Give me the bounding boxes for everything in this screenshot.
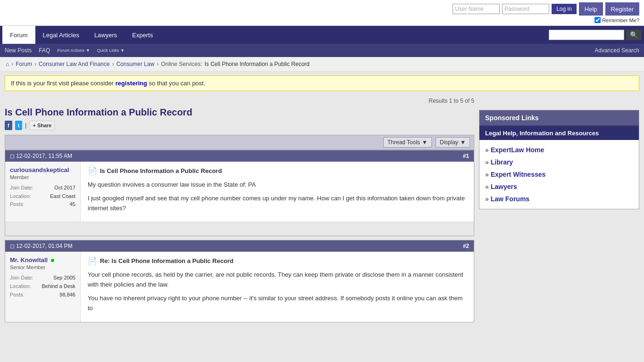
post-2-role: Senior Member bbox=[10, 264, 75, 270]
post-1-join-row: Join Date: Oct 2017 bbox=[10, 184, 75, 192]
post-1-content: 📄 Is Cell Phone Information a Public Rec… bbox=[81, 162, 474, 222]
thread-title-link[interactable]: Is Cell Phone Information a Public Recor… bbox=[5, 107, 192, 117]
post-2-title: 📄 Re: Is Cell Phone Information a Public… bbox=[88, 256, 467, 265]
post-2-text-2: You have no inherent privacy right to yo… bbox=[88, 294, 467, 313]
register-link[interactable]: registering bbox=[116, 80, 147, 87]
post-2-meta: Join Date: Sep 2005 Location: Behind a D… bbox=[10, 274, 75, 299]
register-button[interactable]: Register bbox=[605, 2, 639, 16]
post-2-location-row: Location: Behind a Desk bbox=[10, 282, 75, 291]
remember-me-checkbox[interactable] bbox=[594, 17, 601, 23]
sep3: › bbox=[112, 61, 114, 67]
remember-me-row: Remember Me? bbox=[594, 17, 639, 23]
nav-legal-articles[interactable]: Legal Articles bbox=[35, 26, 87, 44]
doc-icon-1: 📄 bbox=[88, 166, 97, 175]
top-bar: Log in Help Register Remember Me? bbox=[0, 0, 644, 26]
post-1-username[interactable]: curiousandskeptical bbox=[10, 166, 75, 173]
post-1-date: ◻ 12-02-2017, 11:55 AM bbox=[10, 153, 72, 159]
sidebar-link-expertlaw[interactable]: ExpertLaw Home bbox=[485, 144, 633, 156]
online-indicator bbox=[51, 259, 54, 262]
nav-forum[interactable]: Forum bbox=[2, 26, 35, 44]
forum-link[interactable]: Forum bbox=[16, 61, 32, 67]
share-icon: + bbox=[33, 123, 35, 128]
thread-tools-dropdown[interactable]: Thread Tools ▼ bbox=[383, 137, 432, 148]
logo bbox=[5, 2, 57, 24]
sidebar-links: ExpertLaw Home Library Expert Witnesses … bbox=[479, 140, 639, 209]
consumer-law-finance-link[interactable]: Consumer Law And Finance bbox=[39, 61, 110, 67]
help-button[interactable]: Help bbox=[579, 2, 603, 16]
login-button[interactable]: Log in bbox=[552, 4, 577, 14]
post-2-date-icon: ◻ bbox=[10, 243, 15, 249]
search-input[interactable] bbox=[549, 30, 624, 40]
post-1: ◻ 12-02-2017, 11:55 AM #1 curiousandskep… bbox=[5, 150, 474, 236]
post-1-meta: Join Date: Oct 2017 Location: East Coast… bbox=[10, 184, 75, 209]
sep4: › bbox=[157, 61, 158, 67]
sponsored-links-box: Sponsored Links Legal Help, Information … bbox=[479, 110, 639, 209]
sidebar: Sponsored Links Legal Help, Information … bbox=[479, 110, 639, 326]
breadcrumb: ⌂ › Forum › Consumer Law And Finance › C… bbox=[0, 57, 644, 72]
thread-title-breadcrumb: Is Cell Phone Information a Public Recor… bbox=[205, 61, 310, 67]
doc-icon-2: 📄 bbox=[88, 256, 97, 265]
first-visit-text-before: If this is your first visit please consi… bbox=[11, 80, 116, 87]
post-2: ◻ 12-02-2017, 01:04 PM #2 Mr. Knowitall … bbox=[5, 240, 474, 322]
post-1-title: 📄 Is Cell Phone Information a Public Rec… bbox=[88, 166, 467, 175]
post-1-number: #1 bbox=[463, 153, 469, 159]
advanced-search-link[interactable]: Advanced Search bbox=[594, 47, 639, 54]
faq-link[interactable]: FAQ bbox=[39, 47, 50, 54]
quick-links-chevron: ▼ bbox=[120, 48, 124, 53]
forum-actions-dropdown[interactable]: Forum Actions ▼ bbox=[57, 47, 90, 54]
post-1-date-icon: ◻ bbox=[10, 153, 15, 159]
post-2-body: Mr. Knowitall Senior Member Join Date: S… bbox=[5, 252, 474, 321]
post-2-username[interactable]: Mr. Knowitall bbox=[10, 256, 75, 263]
twitter-share-button[interactable]: t bbox=[15, 121, 23, 130]
post-1-footer bbox=[5, 222, 474, 236]
sub-nav: New Posts FAQ Forum Actions ▼ Quick Link… bbox=[0, 44, 644, 57]
consumer-law-link[interactable]: Consumer Law bbox=[116, 61, 155, 67]
password-input[interactable] bbox=[502, 4, 549, 14]
post-2-number: #2 bbox=[463, 243, 469, 249]
sidebar-link-lawyers[interactable]: Lawyers bbox=[485, 181, 633, 193]
post-1-posts-row: Posts: 45 bbox=[10, 200, 75, 209]
sponsored-links-header: Sponsored Links bbox=[479, 110, 639, 126]
resources-header: Legal Help, Information and Resources bbox=[479, 126, 639, 140]
post-2-join-row: Join Date: Sep 2005 bbox=[10, 274, 75, 282]
username-input[interactable] bbox=[453, 4, 500, 14]
results-info: Results 1 to 5 of 5 bbox=[5, 95, 474, 107]
home-link[interactable]: ⌂ bbox=[6, 61, 9, 67]
display-dropdown[interactable]: Display ▼ bbox=[436, 137, 470, 148]
post-1-body: curiousandskeptical Member Join Date: Oc… bbox=[5, 162, 474, 222]
nav-experts[interactable]: Experts bbox=[124, 26, 160, 44]
nav-lawyers[interactable]: Lawyers bbox=[87, 26, 124, 44]
post-1-location-row: Location: East Coast bbox=[10, 192, 75, 201]
divider: | bbox=[25, 122, 26, 129]
first-visit-text-after: so that you can post. bbox=[147, 80, 206, 87]
post-1-role: Member bbox=[10, 174, 75, 180]
forum-actions-chevron: ▼ bbox=[86, 48, 90, 53]
post-1-user-info: curiousandskeptical Member Join Date: Oc… bbox=[5, 162, 81, 222]
content-area: Results 1 to 5 of 5 Is Cell Phone Inform… bbox=[5, 95, 474, 326]
sub-nav-left: New Posts FAQ Forum Actions ▼ Quick Link… bbox=[5, 47, 124, 54]
sidebar-link-library[interactable]: Library bbox=[485, 156, 633, 168]
post-1-header: ◻ 12-02-2017, 11:55 AM #1 bbox=[5, 150, 474, 162]
post-1-text-1: My question involves a consumer law issu… bbox=[88, 180, 467, 190]
thread-title: Is Cell Phone Information a Public Recor… bbox=[5, 107, 474, 118]
quick-links-dropdown[interactable]: Quick Links ▼ bbox=[97, 47, 124, 54]
post-2-text-1: Your cell phone records, as held by the … bbox=[88, 270, 467, 290]
post-2-date: ◻ 12-02-2017, 01:04 PM bbox=[10, 243, 73, 249]
thread-tools-bar: Thread Tools ▼ Display ▼ bbox=[5, 135, 474, 150]
display-chevron: ▼ bbox=[460, 139, 466, 146]
facebook-share-button[interactable]: f bbox=[5, 121, 12, 130]
sidebar-link-expert-witnesses[interactable]: Expert Witnesses bbox=[485, 168, 633, 181]
remember-me-label: Remember Me? bbox=[602, 17, 639, 23]
search-button[interactable]: 🔍 bbox=[626, 30, 642, 40]
nav-bar: Forum Legal Articles Lawyers Experts 🔍 bbox=[0, 26, 644, 44]
sep1: › bbox=[11, 61, 13, 67]
post-2-header: ◻ 12-02-2017, 01:04 PM #2 bbox=[5, 240, 474, 252]
search-box: 🔍 bbox=[549, 30, 642, 40]
tools-chevron: ▼ bbox=[422, 139, 428, 146]
share-button[interactable]: + Share bbox=[29, 121, 55, 130]
post-2-content: 📄 Re: Is Cell Phone Information a Public… bbox=[81, 252, 474, 321]
sidebar-link-law-forums[interactable]: Law Forums bbox=[485, 193, 633, 205]
new-posts-link[interactable]: New Posts bbox=[5, 47, 32, 54]
main-layout: Results 1 to 5 of 5 Is Cell Phone Inform… bbox=[0, 95, 644, 331]
online-services-label: Online Services: bbox=[161, 61, 202, 67]
